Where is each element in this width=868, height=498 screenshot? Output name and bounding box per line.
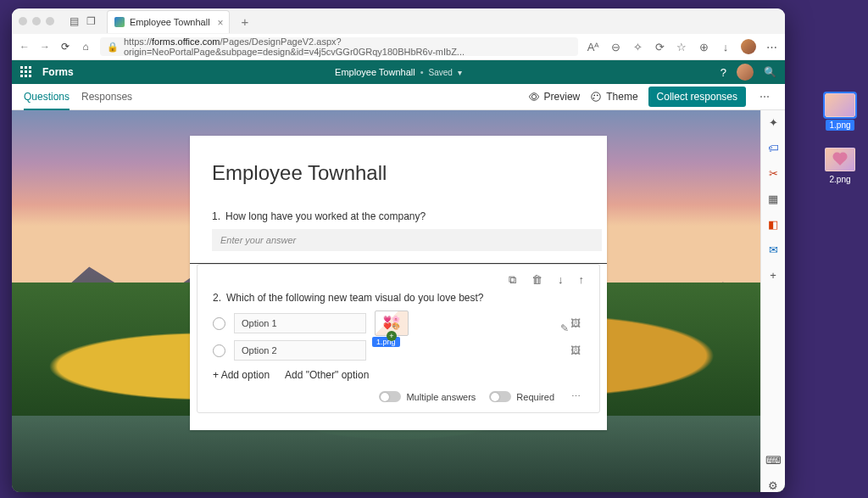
favorite-icon[interactable]: ✧ bbox=[631, 40, 644, 53]
multiple-answers-toggle[interactable]: Multiple answers bbox=[379, 391, 476, 402]
question-2-editor: ⧉ 🗑 ↓ ↑ 2. Which of the following new te… bbox=[197, 264, 600, 413]
rail-office-icon[interactable]: ▦ bbox=[766, 192, 780, 205]
file-thumbnail bbox=[825, 148, 855, 171]
desktop-file-2[interactable]: 2.png bbox=[825, 148, 855, 185]
back-button[interactable]: ← bbox=[19, 41, 31, 53]
move-up-icon[interactable]: ↑ bbox=[579, 273, 585, 287]
option-image-drop[interactable]: 💗🌸❤️🎨 + 1.png bbox=[375, 311, 409, 336]
question-number: 2. bbox=[213, 292, 221, 304]
window-titlebar: ▤ ❐ Employee Townhall × + bbox=[12, 8, 785, 34]
sync-icon[interactable]: ⟳ bbox=[653, 40, 666, 53]
url-host: forms.office.com bbox=[152, 36, 220, 47]
help-icon[interactable]: ? bbox=[721, 66, 726, 79]
forward-button[interactable]: → bbox=[39, 41, 51, 53]
form-card: Employee Townhall 1. How long have you w… bbox=[190, 136, 607, 430]
palette-icon bbox=[590, 91, 602, 103]
collect-responses-button[interactable]: Collect responses bbox=[648, 87, 746, 107]
radio-icon[interactable] bbox=[213, 344, 225, 357]
move-down-icon[interactable]: ↓ bbox=[558, 273, 564, 287]
zoom-icon[interactable]: ⊖ bbox=[609, 40, 622, 53]
question-text[interactable]: Which of the following new team visual d… bbox=[226, 292, 484, 304]
svg-point-0 bbox=[592, 92, 601, 102]
add-other-option-button[interactable]: Add "Other" option bbox=[285, 369, 369, 381]
drop-add-icon: + bbox=[387, 331, 397, 341]
profile-avatar[interactable] bbox=[741, 39, 756, 54]
form-title[interactable]: Employee Townhall bbox=[212, 161, 585, 185]
new-tab-button[interactable]: + bbox=[242, 14, 249, 29]
question-more-icon[interactable]: ⋯ bbox=[568, 391, 584, 402]
file-label: 2.png bbox=[826, 174, 854, 185]
chevron-down-icon[interactable]: ▾ bbox=[458, 68, 462, 77]
save-state: Saved bbox=[429, 68, 453, 77]
favicon-icon bbox=[114, 17, 125, 27]
side-rail: ✦ 🏷 ✂ ▦ ◧ ✉ + ⌨ ⚙ bbox=[760, 110, 785, 492]
rail-settings-icon[interactable]: ⚙ bbox=[766, 478, 780, 492]
window-controls[interactable] bbox=[19, 17, 54, 25]
question-1[interactable]: 1. How long have you worked at the compa… bbox=[212, 210, 585, 251]
address-bar[interactable]: 🔒 https://forms.office.com/Pages/DesignP… bbox=[100, 37, 578, 56]
rail-feedback-icon[interactable]: ⌨ bbox=[766, 453, 780, 467]
rail-tag-icon[interactable]: 🏷 bbox=[766, 141, 780, 154]
refresh-button[interactable]: ⟳ bbox=[59, 41, 71, 53]
form-canvas: ✦ 🏷 ✂ ▦ ◧ ✉ + ⌨ ⚙ Employee Townhall 1. H… bbox=[12, 110, 785, 492]
theme-button[interactable]: Theme bbox=[590, 91, 637, 103]
home-button[interactable]: ⌂ bbox=[80, 41, 92, 53]
question-text: How long have you worked at the company? bbox=[225, 210, 426, 222]
lock-icon: 🔒 bbox=[107, 42, 119, 53]
tab-questions[interactable]: Questions bbox=[24, 85, 70, 110]
eye-icon bbox=[528, 91, 540, 103]
radio-icon[interactable] bbox=[213, 317, 225, 330]
app-brand[interactable]: Forms bbox=[42, 66, 74, 78]
insert-media-icon[interactable]: 🖼 bbox=[570, 344, 581, 356]
file-label: 1.png bbox=[826, 120, 854, 131]
tab-title: Employee Townhall bbox=[130, 17, 210, 27]
rail-powerpoint-icon[interactable]: ◧ bbox=[766, 217, 780, 231]
option-input[interactable] bbox=[234, 340, 366, 361]
search-icon[interactable]: 🔍 bbox=[764, 66, 776, 78]
svg-point-3 bbox=[593, 98, 595, 99]
rail-add-icon[interactable]: + bbox=[766, 268, 780, 282]
answer-input[interactable] bbox=[212, 229, 602, 251]
downloads-icon[interactable]: ↓ bbox=[719, 40, 732, 53]
question-number: 1. bbox=[212, 210, 220, 222]
option-row-1: 💗🌸❤️🎨 + 1.png 🖼 bbox=[213, 311, 584, 336]
copy-question-icon[interactable]: ⧉ bbox=[509, 273, 516, 287]
svg-point-2 bbox=[597, 94, 598, 96]
rail-immersive-icon[interactable]: ✦ bbox=[766, 115, 780, 129]
rail-outlook-icon[interactable]: ✉ bbox=[766, 243, 780, 256]
browser-window: ▤ ❐ Employee Townhall × + ← → ⟳ ⌂ 🔒 http… bbox=[12, 8, 785, 492]
preview-button[interactable]: Preview bbox=[528, 91, 581, 103]
forms-header: Forms Employee Townhall • Saved ▾ ? 🔍 bbox=[12, 60, 785, 84]
edit-question-icon[interactable]: ✎ bbox=[560, 322, 569, 334]
browser-tab[interactable]: Employee Townhall × bbox=[107, 10, 230, 33]
required-toggle[interactable]: Required bbox=[489, 391, 554, 402]
svg-point-1 bbox=[594, 94, 596, 96]
read-aloud-icon[interactable]: Aᴬ bbox=[587, 40, 600, 53]
tab-responses[interactable]: Responses bbox=[81, 85, 132, 109]
tabs-icon[interactable]: ❐ bbox=[85, 15, 97, 27]
sidebar-icon[interactable]: ▤ bbox=[68, 15, 80, 27]
file-thumbnail bbox=[825, 93, 855, 117]
close-tab-icon[interactable]: × bbox=[218, 17, 224, 29]
add-option-button[interactable]: Add option bbox=[213, 369, 270, 381]
option-input[interactable] bbox=[234, 313, 366, 333]
address-bar-row: ← → ⟳ ⌂ 🔒 https://forms.office.com/Pages… bbox=[12, 34, 785, 60]
rail-clip-icon[interactable]: ✂ bbox=[766, 166, 780, 180]
app-launcher-icon[interactable] bbox=[20, 66, 32, 78]
insert-media-icon[interactable]: 🖼 bbox=[570, 317, 581, 329]
delete-question-icon[interactable]: 🗑 bbox=[531, 273, 542, 287]
more-icon[interactable]: ⋯ bbox=[765, 40, 778, 53]
user-avatar[interactable] bbox=[737, 64, 754, 81]
doc-title[interactable]: Employee Townhall bbox=[335, 67, 415, 77]
desktop-file-1[interactable]: 1.png bbox=[825, 93, 855, 131]
collections-icon[interactable]: ⊕ bbox=[697, 40, 710, 53]
forms-subheader: Questions Responses Preview Theme Collec… bbox=[12, 84, 785, 110]
more-menu-icon[interactable]: ⋯ bbox=[756, 91, 773, 103]
favorites-bar-icon[interactable]: ☆ bbox=[675, 40, 688, 53]
